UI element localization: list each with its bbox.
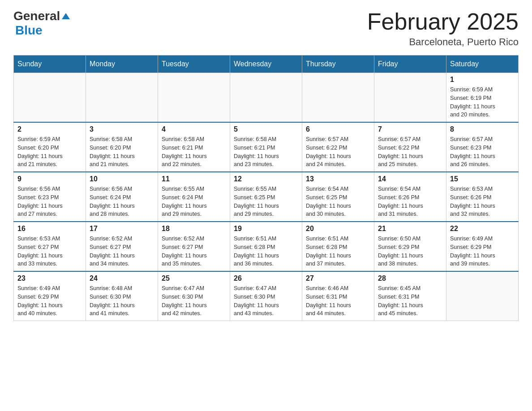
day-number: 17 (90, 225, 154, 233)
calendar-cell: 3Sunrise: 6:58 AM Sunset: 6:20 PM Daylig… (86, 122, 158, 172)
calendar-cell (302, 73, 374, 123)
day-number: 8 (450, 125, 515, 133)
day-info: Sunrise: 6:45 AM Sunset: 6:31 PM Dayligh… (378, 284, 442, 318)
day-of-week-header: Monday (86, 56, 158, 73)
day-number: 12 (234, 175, 298, 183)
calendar-cell: 15Sunrise: 6:53 AM Sunset: 6:26 PM Dayli… (446, 172, 519, 222)
calendar-cell (446, 271, 519, 321)
calendar-cell (158, 73, 230, 123)
day-number: 13 (306, 175, 370, 183)
calendar-cell: 14Sunrise: 6:54 AM Sunset: 6:26 PM Dayli… (374, 172, 446, 222)
day-number: 24 (90, 274, 154, 283)
day-number: 5 (234, 125, 298, 133)
month-title: February 2025 (367, 9, 519, 34)
day-of-week-header: Sunday (14, 56, 86, 73)
day-info: Sunrise: 6:57 AM Sunset: 6:22 PM Dayligh… (378, 135, 442, 169)
calendar-cell: 25Sunrise: 6:47 AM Sunset: 6:30 PM Dayli… (158, 271, 230, 321)
day-number: 6 (306, 125, 370, 133)
day-number: 2 (17, 125, 82, 133)
day-number: 10 (90, 175, 154, 183)
day-number: 7 (378, 125, 442, 133)
day-info: Sunrise: 6:57 AM Sunset: 6:23 PM Dayligh… (450, 135, 515, 169)
day-number: 14 (378, 175, 442, 183)
day-of-week-header: Wednesday (230, 56, 302, 73)
day-info: Sunrise: 6:54 AM Sunset: 6:26 PM Dayligh… (378, 185, 442, 218)
day-info: Sunrise: 6:46 AM Sunset: 6:31 PM Dayligh… (306, 284, 370, 318)
day-info: Sunrise: 6:48 AM Sunset: 6:30 PM Dayligh… (90, 284, 154, 318)
day-info: Sunrise: 6:54 AM Sunset: 6:25 PM Dayligh… (306, 185, 370, 218)
day-info: Sunrise: 6:47 AM Sunset: 6:30 PM Dayligh… (234, 284, 298, 318)
calendar-cell: 5Sunrise: 6:58 AM Sunset: 6:21 PM Daylig… (230, 122, 302, 172)
day-number: 11 (162, 175, 226, 183)
calendar-cell: 21Sunrise: 6:50 AM Sunset: 6:29 PM Dayli… (374, 222, 446, 271)
day-number: 18 (162, 225, 226, 233)
calendar-week-row: 2Sunrise: 6:59 AM Sunset: 6:20 PM Daylig… (14, 122, 519, 172)
day-number: 4 (162, 125, 226, 133)
calendar-cell: 8Sunrise: 6:57 AM Sunset: 6:23 PM Daylig… (446, 122, 519, 172)
calendar-cell: 20Sunrise: 6:51 AM Sunset: 6:28 PM Dayli… (302, 222, 374, 271)
logo-triangle-icon (62, 13, 70, 19)
day-number: 9 (17, 175, 82, 183)
day-number: 27 (306, 274, 370, 283)
day-number: 25 (162, 274, 226, 283)
day-info: Sunrise: 6:49 AM Sunset: 6:29 PM Dayligh… (17, 284, 82, 318)
day-number: 15 (450, 175, 515, 183)
calendar-week-row: 1Sunrise: 6:59 AM Sunset: 6:19 PM Daylig… (14, 73, 519, 123)
calendar-week-row: 9Sunrise: 6:56 AM Sunset: 6:23 PM Daylig… (14, 172, 519, 222)
calendar-week-row: 23Sunrise: 6:49 AM Sunset: 6:29 PM Dayli… (14, 271, 519, 321)
title-section: February 2025 Barceloneta, Puerto Rico (367, 9, 519, 48)
day-number: 22 (450, 225, 515, 233)
day-number: 3 (90, 125, 154, 133)
day-of-week-header: Tuesday (158, 56, 230, 73)
calendar-cell: 4Sunrise: 6:58 AM Sunset: 6:21 PM Daylig… (158, 122, 230, 172)
day-number: 19 (234, 225, 298, 233)
day-info: Sunrise: 6:56 AM Sunset: 6:24 PM Dayligh… (90, 185, 154, 218)
day-of-week-header: Thursday (302, 56, 374, 73)
day-info: Sunrise: 6:51 AM Sunset: 6:28 PM Dayligh… (234, 235, 298, 268)
calendar-cell: 26Sunrise: 6:47 AM Sunset: 6:30 PM Dayli… (230, 271, 302, 321)
day-info: Sunrise: 6:59 AM Sunset: 6:19 PM Dayligh… (450, 86, 515, 119)
calendar-cell: 22Sunrise: 6:49 AM Sunset: 6:29 PM Dayli… (446, 222, 519, 271)
day-info: Sunrise: 6:57 AM Sunset: 6:22 PM Dayligh… (306, 135, 370, 169)
calendar-cell: 10Sunrise: 6:56 AM Sunset: 6:24 PM Dayli… (86, 172, 158, 222)
calendar-cell (14, 73, 86, 123)
day-info: Sunrise: 6:53 AM Sunset: 6:27 PM Dayligh… (17, 235, 82, 268)
day-number: 20 (306, 225, 370, 233)
calendar-cell: 11Sunrise: 6:55 AM Sunset: 6:24 PM Dayli… (158, 172, 230, 222)
day-of-week-header: Friday (374, 56, 446, 73)
day-info: Sunrise: 6:59 AM Sunset: 6:20 PM Dayligh… (17, 135, 82, 169)
day-info: Sunrise: 6:53 AM Sunset: 6:26 PM Dayligh… (450, 185, 515, 218)
day-info: Sunrise: 6:55 AM Sunset: 6:25 PM Dayligh… (234, 185, 298, 218)
day-info: Sunrise: 6:58 AM Sunset: 6:21 PM Dayligh… (162, 135, 226, 169)
calendar-cell: 27Sunrise: 6:46 AM Sunset: 6:31 PM Dayli… (302, 271, 374, 321)
day-info: Sunrise: 6:52 AM Sunset: 6:27 PM Dayligh… (90, 235, 154, 268)
day-info: Sunrise: 6:49 AM Sunset: 6:29 PM Dayligh… (450, 235, 515, 268)
calendar-cell: 28Sunrise: 6:45 AM Sunset: 6:31 PM Dayli… (374, 271, 446, 321)
calendar-cell: 12Sunrise: 6:55 AM Sunset: 6:25 PM Dayli… (230, 172, 302, 222)
location: Barceloneta, Puerto Rico (367, 36, 519, 48)
day-number: 23 (17, 274, 82, 283)
day-info: Sunrise: 6:56 AM Sunset: 6:23 PM Dayligh… (17, 185, 82, 218)
calendar-cell: 18Sunrise: 6:52 AM Sunset: 6:27 PM Dayli… (158, 222, 230, 271)
calendar-cell: 16Sunrise: 6:53 AM Sunset: 6:27 PM Dayli… (14, 222, 86, 271)
calendar-cell (86, 73, 158, 123)
calendar-cell: 2Sunrise: 6:59 AM Sunset: 6:20 PM Daylig… (14, 122, 86, 172)
calendar-cell: 17Sunrise: 6:52 AM Sunset: 6:27 PM Dayli… (86, 222, 158, 271)
calendar-table: SundayMondayTuesdayWednesdayThursdayFrid… (13, 55, 519, 321)
day-info: Sunrise: 6:47 AM Sunset: 6:30 PM Dayligh… (162, 284, 226, 318)
logo-general-text: General (13, 9, 60, 23)
calendar-cell: 7Sunrise: 6:57 AM Sunset: 6:22 PM Daylig… (374, 122, 446, 172)
calendar-cell: 1Sunrise: 6:59 AM Sunset: 6:19 PM Daylig… (446, 73, 519, 123)
day-info: Sunrise: 6:55 AM Sunset: 6:24 PM Dayligh… (162, 185, 226, 218)
calendar-cell (230, 73, 302, 123)
day-number: 26 (234, 274, 298, 283)
calendar-week-row: 16Sunrise: 6:53 AM Sunset: 6:27 PM Dayli… (14, 222, 519, 271)
day-number: 1 (450, 76, 515, 84)
calendar-cell: 23Sunrise: 6:49 AM Sunset: 6:29 PM Dayli… (14, 271, 86, 321)
page-header: General Blue February 2025 Barceloneta, … (13, 9, 519, 48)
logo-blue-text: Blue (15, 23, 43, 37)
calendar-cell: 6Sunrise: 6:57 AM Sunset: 6:22 PM Daylig… (302, 122, 374, 172)
calendar-cell: 9Sunrise: 6:56 AM Sunset: 6:23 PM Daylig… (14, 172, 86, 222)
day-info: Sunrise: 6:58 AM Sunset: 6:21 PM Dayligh… (234, 135, 298, 169)
day-number: 21 (378, 225, 442, 233)
